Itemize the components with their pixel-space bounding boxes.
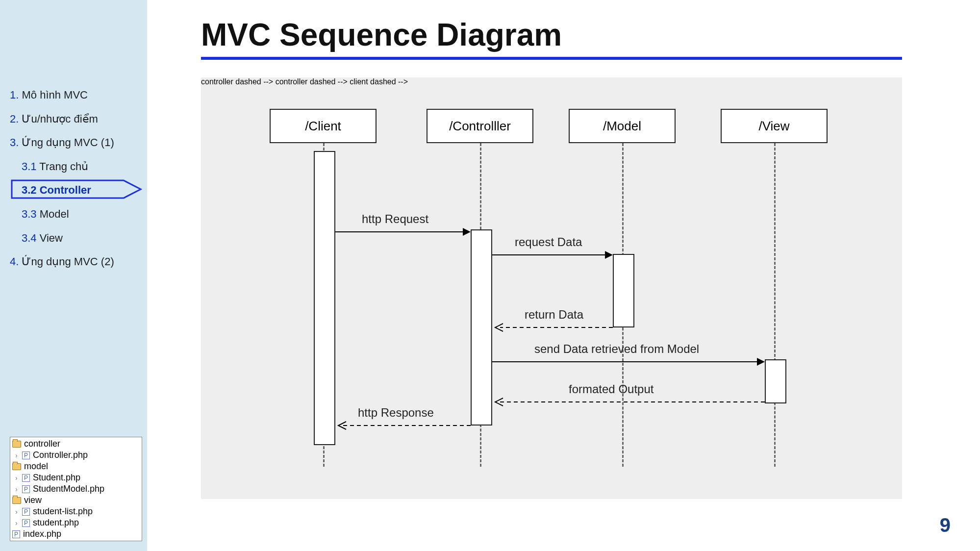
php-file-icon: P	[22, 474, 30, 482]
head-label: /Controlller	[449, 119, 511, 134]
outline-item-3-4[interactable]: 3.4 View	[8, 226, 145, 250]
folder-icon	[12, 463, 21, 470]
outline-text: Trang chủ	[37, 160, 89, 173]
chevron-right-icon: ›	[15, 474, 21, 482]
tree-file-student-php[interactable]: › P Student.php	[10, 472, 142, 483]
arrow-send-data	[492, 357, 765, 367]
arrow-http-response	[335, 421, 471, 430]
outline-text: Ứng dụng MVC (2)	[19, 255, 114, 268]
outline-num: 4.	[10, 255, 19, 268]
outline-num: 2.	[10, 113, 19, 125]
outline-num: 3.4	[22, 232, 37, 244]
page-title: MVC Sequence Diagram	[201, 17, 902, 60]
svg-marker-4	[605, 251, 613, 259]
tree-file-student2-php[interactable]: › P student.php	[10, 517, 142, 528]
msg-formated-output: formated Output	[569, 382, 653, 396]
php-file-icon: P	[22, 451, 30, 459]
lifeline-head-view: /View	[721, 109, 828, 143]
head-label: /Client	[305, 119, 341, 134]
arrow-formated-output	[492, 397, 765, 407]
tree-file-index-php[interactable]: P index.php	[10, 528, 142, 540]
outline-item-4[interactable]: 4. Ứng dụng MVC (2)	[8, 250, 145, 274]
outline-list: 1. Mô hình MVC 2. Ưu/nhược điểm 3. Ứng d…	[0, 5, 147, 274]
lifeline-view	[774, 143, 776, 467]
tree-label: model	[24, 461, 48, 472]
activation-model	[613, 254, 634, 327]
chevron-right-icon: ›	[15, 519, 21, 527]
tree-label: StudentModel.php	[33, 484, 104, 494]
tree-folder-view[interactable]: view	[10, 495, 142, 506]
activation-controller	[471, 229, 492, 426]
msg-http-response: http Response	[358, 406, 434, 420]
outline-text: View	[37, 232, 63, 244]
outline-item-3-1[interactable]: 3.1 Trang chủ	[8, 155, 145, 179]
lifeline-head-client: /Client	[270, 109, 377, 143]
msg-return-data: return Data	[525, 308, 583, 322]
activation-view	[765, 359, 786, 403]
lifeline-head-model: /Model	[569, 109, 676, 143]
outline-num: 3.1	[22, 160, 37, 173]
tree-file-studentmodel-php[interactable]: › P StudentModel.php	[10, 483, 142, 495]
outline-text: Mô hình MVC	[19, 89, 88, 101]
arrow-http-request	[335, 227, 471, 237]
php-file-icon: P	[22, 519, 30, 527]
tree-folder-controller[interactable]: controller	[10, 438, 142, 450]
outline-item-3-3[interactable]: 3.3 Model	[8, 202, 145, 226]
main-content: MVC Sequence Diagram /Client /Controllle…	[147, 0, 980, 551]
php-file-icon: P	[22, 485, 30, 493]
tree-file-studentlist-php[interactable]: › P student-list.php	[10, 506, 142, 517]
folder-icon	[12, 441, 21, 448]
head-label: /View	[758, 119, 789, 134]
activation-client	[314, 151, 335, 445]
tree-label: index.php	[23, 529, 61, 539]
tree-label: controller	[24, 439, 60, 449]
tree-label: student.php	[33, 518, 79, 528]
tree-label: student-list.php	[33, 506, 93, 517]
outline-item-2[interactable]: 2. Ưu/nhược điểm	[8, 107, 145, 131]
msg-http-request: http Request	[362, 212, 428, 226]
sidebar: 1. Mô hình MVC 2. Ưu/nhược điểm 3. Ứng d…	[0, 0, 147, 551]
msg-send-data: send Data retrieved from Model	[534, 342, 699, 356]
head-label: /Model	[603, 119, 641, 134]
folder-icon	[12, 497, 21, 504]
svg-marker-2	[463, 228, 471, 236]
outline-item-1[interactable]: 1. Mô hình MVC	[8, 83, 145, 107]
tree-label: Student.php	[33, 473, 80, 483]
msg-request-data: request Data	[515, 235, 582, 249]
lifeline-head-controller: /Controlller	[427, 109, 533, 143]
outline-item-3-2-active[interactable]: 3.2 Controller	[8, 178, 145, 202]
tree-label: view	[24, 495, 42, 505]
file-tree-panel: controller › P Controller.php model › P …	[10, 437, 142, 541]
outline-item-3[interactable]: 3. Ứng dụng MVC (1)	[8, 131, 145, 155]
outline-num: 1.	[10, 89, 19, 101]
outline-num: 3.	[10, 136, 19, 149]
page-number: 9	[940, 514, 951, 536]
php-file-icon: P	[12, 530, 20, 538]
svg-marker-7	[757, 358, 765, 366]
sequence-diagram: /Client /Controlller /Model /View http R…	[201, 77, 902, 499]
tree-file-controller-php[interactable]: › P Controller.php	[10, 450, 142, 461]
outline-text: Model	[37, 208, 69, 220]
arrow-request-data	[492, 250, 613, 260]
outline-text: Ứng dụng MVC (1)	[19, 136, 114, 149]
php-file-icon: P	[22, 508, 30, 516]
tree-folder-model[interactable]: model	[10, 461, 142, 472]
tree-label: Controller.php	[33, 450, 88, 460]
outline-text: Ưu/nhược điểm	[19, 113, 98, 125]
arrow-return-data	[492, 323, 613, 332]
outline-num: 3.2	[22, 184, 37, 196]
chevron-right-icon: ›	[15, 508, 21, 516]
outline-num: 3.3	[22, 208, 37, 220]
chevron-right-icon: ›	[15, 485, 21, 493]
chevron-right-icon: ›	[15, 451, 21, 459]
outline-text: Controller	[37, 184, 91, 196]
